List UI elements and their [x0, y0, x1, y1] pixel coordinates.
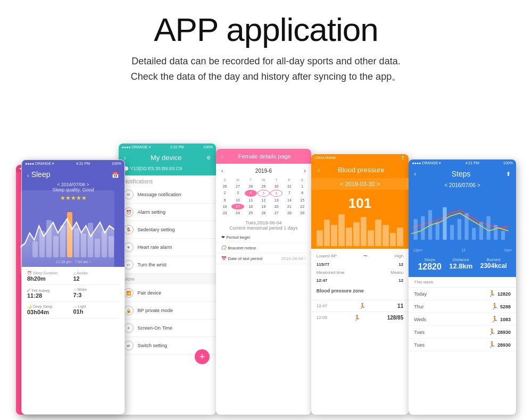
- bp-stats: Lowest BP 〜 High 115/77 12 Measured time…: [311, 249, 409, 300]
- svg-rect-5: [450, 225, 454, 240]
- steps-header: ‹ Steps ⬆: [409, 167, 516, 181]
- female-entry-period: ❤ Period begin: [216, 232, 311, 243]
- svg-rect-6: [458, 219, 461, 240]
- notifications-title: Notifications: [119, 175, 216, 186]
- bp-date: < 2019-03-30 >: [311, 178, 409, 190]
- device-id: Y13[DD:E5:35:B9:65:C9: [119, 164, 216, 175]
- menu-alarm[interactable]: ⏰ Alarm setting: [119, 204, 216, 221]
- steps-row-tues1: Tues 🏃 28930: [409, 326, 516, 339]
- steps-row-today: Today 🏃 12820: [409, 288, 516, 300]
- svg-rect-7: [465, 213, 469, 240]
- menu-screen-on[interactable]: ☀ Screen-On Time: [119, 320, 216, 337]
- sleep-stats: ⏰ Sleep Duration 8h20m △ Awake 12 zz Fel…: [22, 267, 124, 325]
- female-header: ‹ Female details page: [216, 149, 311, 164]
- svg-rect-10: [487, 216, 491, 239]
- subtitle: Detailed data can be recorded for all-da…: [131, 54, 401, 85]
- steps-chart: [409, 190, 516, 248]
- menu-bp-private[interactable]: 🔒 BP private mode: [119, 302, 216, 320]
- svg-rect-8: [472, 228, 476, 240]
- page-title: APP application: [154, 11, 378, 48]
- bp-chart: [311, 217, 409, 249]
- female-screen: ‹ Female details page ‹ 2019-6 › S M T W…: [216, 149, 311, 415]
- steps-row-tues2: Tues 🏃 28930: [409, 339, 516, 351]
- female-date-info: Tues,2019-06-04 Current menstrual period…: [216, 219, 311, 232]
- bp-large-reading: 101: [311, 190, 409, 217]
- female-calendar: ‹ 2019-6 › S M T W T F S 26 27 28 29 30: [216, 164, 311, 219]
- device-status-bar: ●●●● ORANGE ▾ 2:22 PM 100%: [119, 144, 216, 151]
- svg-rect-1: [421, 216, 425, 239]
- svg-rect-12: [501, 231, 505, 240]
- steps-date: < 2016/07/06 >: [409, 181, 516, 190]
- bp-header: ‹ Blood pressure: [311, 162, 409, 178]
- steps-chart-labels: 12pm · · · 12 · · · 6am: [409, 248, 516, 255]
- page-container: APP application Detailed data can be rec…: [0, 0, 532, 420]
- heart-chart: [20, 190, 114, 275]
- fab-button[interactable]: +: [195, 349, 210, 364]
- steps-row-weds: Weds 🏃 1083: [409, 313, 516, 326]
- menu-pair[interactable]: 📶 Pair device: [119, 284, 216, 302]
- steps-row-thur: Thur 🏃 5288: [409, 300, 516, 313]
- device-header: ‹ My device ⚙: [119, 151, 216, 164]
- svg-rect-3: [436, 222, 439, 240]
- bp-entry-1: 12:47 🏃 11: [311, 300, 409, 312]
- menu-sedentary[interactable]: 🪑 Sedentary setting: [119, 221, 216, 239]
- calendar-grid: S M T W T F S 26 27 28 29 30 31 1 2 3 4: [219, 177, 309, 216]
- device-screen: ●●●● ORANGE ▾ 2:22 PM 100% ‹ My device ⚙…: [119, 144, 216, 415]
- svg-rect-0: [414, 219, 418, 240]
- svg-rect-4: [443, 207, 447, 240]
- female-entry-last-period: 📅 Date of last period 2019-06-04 ›: [216, 254, 311, 264]
- svg-rect-9: [479, 222, 483, 240]
- steps-list-header: This week: [409, 277, 516, 288]
- steps-metrics: Steps 12820 Distance 12.8km Burned 2304k…: [409, 255, 516, 277]
- svg-rect-2: [428, 210, 432, 240]
- menu-heartrate-alarm[interactable]: ♥ Heart rate alarm: [119, 239, 216, 256]
- screenshots-area: ●●●● ORANGE ▾ 4:21 PM 100% ‹ Sleep 📅 < 2…: [16, 95, 516, 415]
- menu-wrist[interactable]: ↩ Turn the wrist: [119, 256, 216, 274]
- steps-status-bar: ●●●● ORANGE ▾ 4:21 PM 100%: [409, 159, 516, 167]
- bp-entry-2: 12:05 🏃 128/85: [311, 312, 409, 323]
- svg-rect-11: [494, 225, 497, 240]
- steps-screen: ●●●● ORANGE ▾ 4:21 PM 100% ‹ Steps ⬆ < 2…: [409, 159, 516, 415]
- menu-message[interactable]: ✉ Message notification: [119, 186, 216, 204]
- bp-screen: China Mobile 🔋 ‹ Blood pressure < 2019-0…: [311, 154, 409, 415]
- bp-status-bar: China Mobile 🔋: [311, 154, 409, 162]
- sleep-status-bar: ●●●● ORANGE ▾ 4:21 PM 100%: [22, 160, 124, 167]
- more-label: More: [119, 274, 216, 284]
- female-entry-bracelet: 📿 Bracelet notice: [216, 243, 311, 254]
